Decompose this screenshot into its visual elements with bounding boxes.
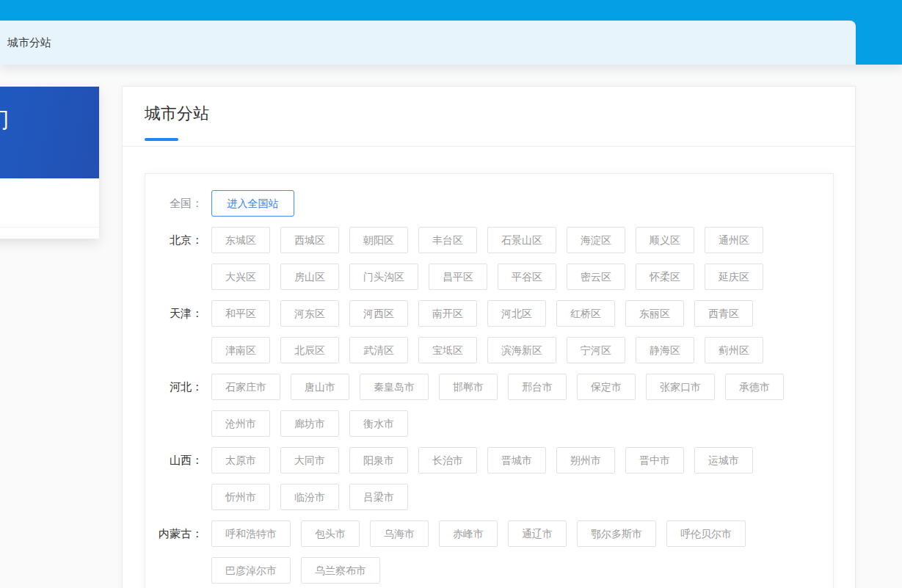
city-link[interactable]: 河北区 <box>487 300 546 327</box>
city-link[interactable]: 怀柔区 <box>636 264 694 290</box>
region-label: 河北： <box>153 374 203 400</box>
city-link[interactable]: 北辰区 <box>280 337 339 363</box>
city-link[interactable]: 衡水市 <box>349 410 408 437</box>
city-link[interactable]: 运城市 <box>694 447 753 473</box>
city-link[interactable]: 通辽市 <box>508 520 567 547</box>
sidebar-header-text: 门 <box>0 109 10 131</box>
city-list: 和平区河东区河西区南开区河北区红桥区东丽区西青区津南区北辰区武清区宝坻区滨海新区… <box>211 300 813 374</box>
sidebar-divider <box>0 227 99 228</box>
region-rows: 北京： 东城区西城区朝阳区丰台区石景山区海淀区顺义区通州区大兴区房山区门头沟区昌… <box>153 227 818 588</box>
city-link[interactable]: 朔州市 <box>556 447 615 473</box>
city-link[interactable]: 海淀区 <box>567 227 625 253</box>
city-link[interactable]: 呼和浩特市 <box>211 520 291 547</box>
city-link[interactable]: 唐山市 <box>291 374 349 400</box>
city-link[interactable]: 承德市 <box>725 374 784 400</box>
page-header: 城市分站 <box>0 21 856 65</box>
city-link[interactable]: 晋城市 <box>487 447 546 473</box>
city-link[interactable]: 晋中市 <box>625 447 684 473</box>
city-link[interactable]: 东丽区 <box>625 300 684 327</box>
city-link[interactable]: 太原市 <box>211 447 270 473</box>
city-link[interactable]: 南开区 <box>418 300 477 327</box>
city-link[interactable]: 大兴区 <box>211 264 270 290</box>
city-link[interactable]: 保定市 <box>577 374 636 400</box>
city-link[interactable]: 河西区 <box>349 300 408 327</box>
city-list: 太原市大同市阳泉市长治市晋城市朔州市晋中市运城市忻州市临汾市吕梁市 <box>211 447 813 520</box>
region-row: 北京： 东城区西城区朝阳区丰台区石景山区海淀区顺义区通州区大兴区房山区门头沟区昌… <box>153 227 818 300</box>
station-list-panel: 全国： 进入全国站 北京： 东城区西城区朝阳区丰台区石景山区海淀区顺义区通州区大… <box>145 173 834 588</box>
region-row: 天津： 和平区河东区河西区南开区河北区红桥区东丽区西青区津南区北辰区武清区宝坻区… <box>153 300 818 374</box>
region-row: 山西： 太原市大同市阳泉市长治市晋城市朔州市晋中市运城市忻州市临汾市吕梁市 <box>153 447 818 520</box>
city-link[interactable]: 顺义区 <box>636 227 694 253</box>
region-label: 北京： <box>153 227 203 253</box>
city-link[interactable]: 吕梁市 <box>349 484 408 510</box>
city-link[interactable]: 邯郸市 <box>439 374 498 400</box>
city-link[interactable]: 和平区 <box>211 300 270 327</box>
sidebar-card-header: 门 <box>0 87 99 178</box>
city-link[interactable]: 宝坻区 <box>418 337 477 363</box>
city-stations-card: 城市分站 全国： 进入全国站 北京： 东城区西城区朝阳区丰台区石景山区海淀区顺义… <box>122 86 856 588</box>
city-link[interactable]: 廊坊市 <box>280 410 339 437</box>
city-link[interactable]: 武清区 <box>349 337 408 363</box>
city-link[interactable]: 东城区 <box>211 227 270 253</box>
enter-national-site-button[interactable]: 进入全国站 <box>211 190 294 217</box>
city-link[interactable]: 沧州市 <box>211 410 270 437</box>
city-list: 东城区西城区朝阳区丰台区石景山区海淀区顺义区通州区大兴区房山区门头沟区昌平区平谷… <box>211 227 813 300</box>
city-link[interactable]: 延庆区 <box>705 264 763 290</box>
region-row: 内蒙古： 呼和浩特市包头市乌海市赤峰市通辽市鄂尔多斯市呼伦贝尔市巴彦淖尔市乌兰察… <box>153 520 818 588</box>
city-link[interactable]: 滨海新区 <box>487 337 556 363</box>
city-link[interactable]: 蓟州区 <box>705 337 763 363</box>
city-link[interactable]: 昌平区 <box>429 264 487 290</box>
city-link[interactable]: 巴彦淖尔市 <box>211 557 291 584</box>
city-link[interactable]: 房山区 <box>280 264 339 290</box>
region-label: 山西： <box>153 447 203 473</box>
city-link[interactable]: 赤峰市 <box>439 520 498 547</box>
city-link[interactable]: 丰台区 <box>418 227 477 253</box>
city-link[interactable]: 呼伦贝尔市 <box>666 520 746 547</box>
city-link[interactable]: 张家口市 <box>646 374 715 400</box>
city-link[interactable]: 包头市 <box>301 520 360 547</box>
city-link[interactable]: 临汾市 <box>280 484 339 510</box>
page-title: 城市分站 <box>7 36 51 50</box>
region-label: 内蒙古： <box>153 520 203 547</box>
city-link[interactable]: 西城区 <box>280 227 339 253</box>
city-link[interactable]: 石家庄市 <box>211 374 280 400</box>
city-link[interactable]: 平谷区 <box>498 264 556 290</box>
card-title: 城市分站 <box>145 103 209 125</box>
city-list: 进入全国站 <box>211 190 813 227</box>
card-header: 城市分站 <box>123 87 855 147</box>
city-link[interactable]: 大同市 <box>280 447 339 473</box>
city-link[interactable]: 乌海市 <box>370 520 429 547</box>
city-link[interactable]: 西青区 <box>694 300 753 327</box>
city-link[interactable]: 秦皇岛市 <box>360 374 429 400</box>
city-list: 呼和浩特市包头市乌海市赤峰市通辽市鄂尔多斯市呼伦贝尔市巴彦淖尔市乌兰察布市 <box>211 520 813 588</box>
city-link[interactable]: 津南区 <box>211 337 270 363</box>
city-link[interactable]: 邢台市 <box>508 374 567 400</box>
region-row-national: 全国： 进入全国站 <box>153 190 818 227</box>
city-list: 石家庄市唐山市秦皇岛市邯郸市邢台市保定市张家口市承德市沧州市廊坊市衡水市 <box>211 374 813 447</box>
city-link[interactable]: 静海区 <box>636 337 694 363</box>
city-link[interactable]: 门头沟区 <box>349 264 418 290</box>
sidebar-card-body <box>0 178 99 239</box>
city-link[interactable]: 通州区 <box>705 227 763 253</box>
city-link[interactable]: 乌兰察布市 <box>301 557 380 584</box>
region-label: 天津： <box>153 300 203 327</box>
city-link[interactable]: 宁河区 <box>567 337 625 363</box>
region-row: 河北： 石家庄市唐山市秦皇岛市邯郸市邢台市保定市张家口市承德市沧州市廊坊市衡水市 <box>153 374 818 447</box>
city-link[interactable]: 河东区 <box>280 300 339 327</box>
title-underline <box>145 138 178 141</box>
city-link[interactable]: 鄂尔多斯市 <box>577 520 656 547</box>
city-link[interactable]: 阳泉市 <box>349 447 408 473</box>
city-link[interactable]: 红桥区 <box>556 300 615 327</box>
region-label: 全国： <box>153 190 203 217</box>
city-link[interactable]: 石景山区 <box>487 227 556 253</box>
city-link[interactable]: 长治市 <box>418 447 477 473</box>
city-link[interactable]: 密云区 <box>567 264 625 290</box>
city-link[interactable]: 忻州市 <box>211 484 270 510</box>
city-link[interactable]: 朝阳区 <box>349 227 408 253</box>
sidebar-card: 门 <box>0 87 99 239</box>
